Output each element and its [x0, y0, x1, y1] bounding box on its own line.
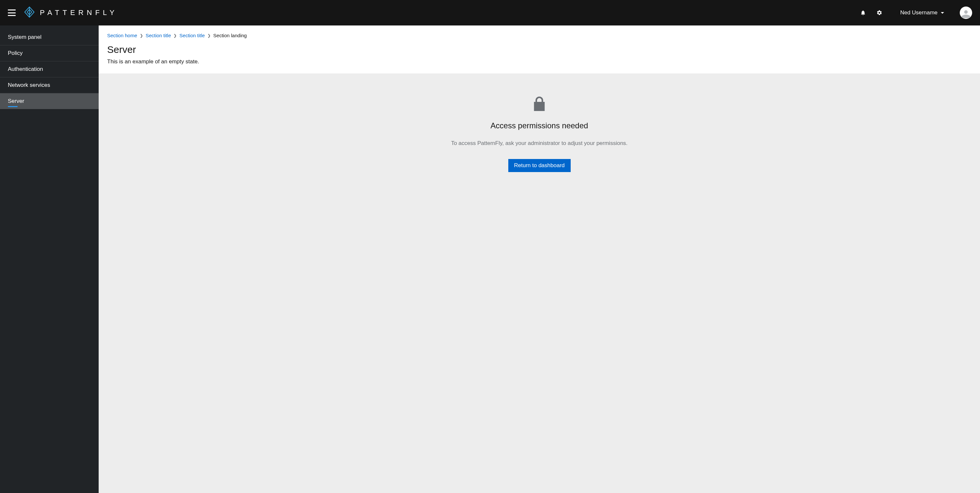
sidebar-item-server[interactable]: Server	[0, 94, 99, 109]
brand-logo-icon	[24, 6, 35, 19]
page-header: Section home ❯ Section title ❯ Section t…	[99, 25, 980, 73]
sidebar-item-policy[interactable]: Policy	[0, 45, 99, 61]
main-content: Section home ❯ Section title ❯ Section t…	[99, 25, 980, 493]
masthead: PATTERNFLY Ned Username	[0, 0, 980, 25]
notifications-icon[interactable]	[860, 10, 866, 16]
chevron-right-icon: ❯	[140, 33, 143, 38]
breadcrumb: Section home ❯ Section title ❯ Section t…	[107, 33, 972, 38]
caret-down-icon	[941, 12, 944, 14]
breadcrumb-link[interactable]: Section title	[179, 33, 205, 38]
avatar[interactable]	[960, 6, 972, 19]
user-menu-toggle[interactable]: Ned Username	[900, 10, 944, 16]
breadcrumb-link[interactable]: Section home	[107, 33, 137, 38]
sidebar-nav: System panel Policy Authentication Netwo…	[0, 25, 99, 493]
page-subtitle: This is an example of an empty state.	[107, 59, 972, 65]
sidebar-item-authentication[interactable]: Authentication	[0, 61, 99, 78]
chevron-right-icon: ❯	[207, 33, 211, 38]
nav-toggle-button[interactable]	[8, 10, 16, 16]
settings-gear-icon[interactable]	[876, 10, 883, 16]
breadcrumb-current: Section landing	[213, 33, 247, 38]
chevron-right-icon: ❯	[173, 33, 177, 38]
sidebar-item-system-panel[interactable]: System panel	[0, 29, 99, 45]
username-label: Ned Username	[900, 10, 937, 16]
page-title: Server	[107, 44, 972, 55]
return-to-dashboard-button[interactable]: Return to dashboard	[508, 159, 571, 172]
brand-name: PATTERNFLY	[40, 8, 118, 17]
breadcrumb-link[interactable]: Section title	[146, 33, 171, 38]
brand[interactable]: PATTERNFLY	[24, 6, 118, 19]
sidebar-item-network-services[interactable]: Network services	[0, 78, 99, 94]
empty-state-title: Access permissions needed	[491, 121, 588, 130]
empty-state-body: To access PatternFly, ask your administr…	[451, 140, 627, 147]
lock-icon	[530, 95, 549, 114]
empty-state: Access permissions needed To access Patt…	[99, 73, 980, 493]
